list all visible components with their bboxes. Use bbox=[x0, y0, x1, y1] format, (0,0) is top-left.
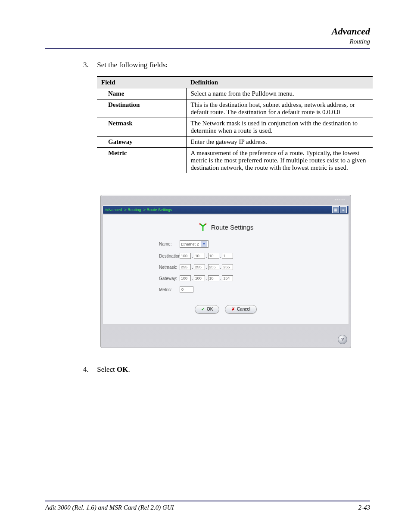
th-field: Field bbox=[97, 77, 186, 88]
row-metric: Metric: 0 bbox=[107, 284, 344, 295]
th-definition: Definition bbox=[186, 77, 373, 88]
list-icon[interactable]: ≡ bbox=[340, 206, 347, 213]
row-gateway: Gateway: 100. 100. 10. 154 bbox=[107, 273, 344, 284]
field-def: Select a name from the Pulldown menu. bbox=[186, 88, 373, 100]
cancel-button[interactable]: ✗ Cancel bbox=[225, 305, 257, 314]
step-number: 3. bbox=[83, 61, 95, 69]
ok-button[interactable]: ✓ OK bbox=[195, 305, 219, 314]
table-row: Netmask The Network mask is used in conj… bbox=[97, 118, 373, 137]
name-dropdown[interactable]: Ethernet 2 ▼ bbox=[180, 240, 209, 248]
field-name: Gateway bbox=[97, 137, 186, 148]
netmask-octet-2[interactable]: 255 bbox=[194, 264, 205, 270]
footer-left: Adit 3000 (Rel. 1.6) and MSR Card (Rel 2… bbox=[45, 504, 174, 511]
step-text: Set the following fields: bbox=[97, 61, 168, 69]
field-def: A measurement of the preference of a rou… bbox=[186, 148, 373, 174]
step-4: 4. Select OK. bbox=[83, 365, 370, 374]
gateway-octet-3[interactable]: 10 bbox=[208, 275, 219, 281]
step-3: 3. Set the following fields: bbox=[83, 61, 370, 69]
window-titlebar: Advanced -> Routing -> Route Settings ▦ … bbox=[103, 205, 349, 214]
route-settings-window: ••••• Advanced -> Routing -> Route Setti… bbox=[100, 195, 351, 348]
field-name: Metric bbox=[97, 148, 186, 174]
row-destination: Destination: 100. 10. 10. 1 bbox=[107, 250, 344, 261]
cancel-label: Cancel bbox=[237, 307, 250, 311]
button-row: ✓ OK ✗ Cancel bbox=[107, 305, 344, 314]
field-name: Name bbox=[97, 88, 186, 100]
gateway-octet-1[interactable]: 100 bbox=[180, 275, 191, 281]
step4-suffix: . bbox=[128, 365, 130, 373]
check-icon: ✓ bbox=[201, 307, 205, 311]
field-name: Netmask bbox=[97, 118, 186, 137]
metric-input[interactable]: 0 bbox=[180, 286, 193, 292]
layout-icon[interactable]: ▦ bbox=[332, 206, 339, 213]
gateway-octet-2[interactable]: 100 bbox=[194, 275, 205, 281]
netmask-octet-4[interactable]: 255 bbox=[222, 264, 233, 270]
window-footer: ? bbox=[101, 326, 351, 348]
destination-octet-4[interactable]: 1 bbox=[222, 253, 233, 259]
chevron-down-icon: ▼ bbox=[201, 241, 207, 247]
help-icon[interactable]: ? bbox=[338, 335, 347, 344]
window-grip-icon: ••••• bbox=[335, 198, 346, 202]
netmask-octet-3[interactable]: 255 bbox=[208, 264, 219, 270]
field-def: Enter the gateway IP address. bbox=[186, 137, 373, 148]
label-name: Name: bbox=[107, 242, 180, 246]
destination-octet-1[interactable]: 100 bbox=[180, 253, 191, 259]
gateway-octet-4[interactable]: 154 bbox=[222, 275, 233, 281]
step4-prefix: Select bbox=[97, 365, 117, 373]
route-icon bbox=[198, 222, 208, 232]
row-name: Name: Ethernet 2 ▼ bbox=[107, 238, 344, 250]
page-footer: Adit 3000 (Rel. 1.6) and MSR Card (Rel 2… bbox=[45, 501, 370, 511]
table-row: Metric A measurement of the preference o… bbox=[97, 148, 373, 174]
table-row: Name Select a name from the Pulldown men… bbox=[97, 88, 373, 100]
field-def: This is the destination host, subnet add… bbox=[186, 100, 373, 118]
label-netmask: Netmask: bbox=[107, 265, 180, 270]
panel-title-row: Route Settings bbox=[107, 222, 344, 232]
field-def: The Network mask is used in conjunction … bbox=[186, 118, 373, 137]
header-subtitle: Routing bbox=[45, 38, 370, 45]
x-icon: ✗ bbox=[231, 307, 235, 311]
page-header: Advanced Routing bbox=[45, 26, 370, 49]
name-value: Ethernet 2 bbox=[181, 242, 199, 246]
label-destination: Destination: bbox=[107, 254, 180, 258]
row-netmask: Netmask: 255. 255. 255. 255 bbox=[107, 261, 344, 273]
fields-table: Field Definition Name Select a name from… bbox=[97, 76, 373, 173]
ok-label: OK bbox=[207, 307, 213, 311]
destination-octet-2[interactable]: 10 bbox=[194, 253, 205, 259]
step4-bold: OK bbox=[117, 365, 128, 373]
footer-right: 2-43 bbox=[358, 504, 371, 511]
header-title: Advanced bbox=[45, 26, 370, 37]
table-row: Gateway Enter the gateway IP address. bbox=[97, 137, 373, 148]
netmask-octet-1[interactable]: 255 bbox=[180, 264, 191, 270]
step-number: 4. bbox=[83, 365, 95, 374]
label-gateway: Gateway: bbox=[107, 276, 180, 281]
breadcrumb: Advanced -> Routing -> Route Settings bbox=[105, 208, 172, 212]
window-body: Route Settings Name: Ethernet 2 ▼ Destin… bbox=[103, 214, 349, 324]
destination-octet-3[interactable]: 10 bbox=[208, 253, 219, 259]
label-metric: Metric: bbox=[107, 287, 180, 292]
table-row: Destination This is the destination host… bbox=[97, 100, 373, 118]
field-name: Destination bbox=[97, 100, 186, 118]
panel-title: Route Settings bbox=[211, 224, 253, 231]
